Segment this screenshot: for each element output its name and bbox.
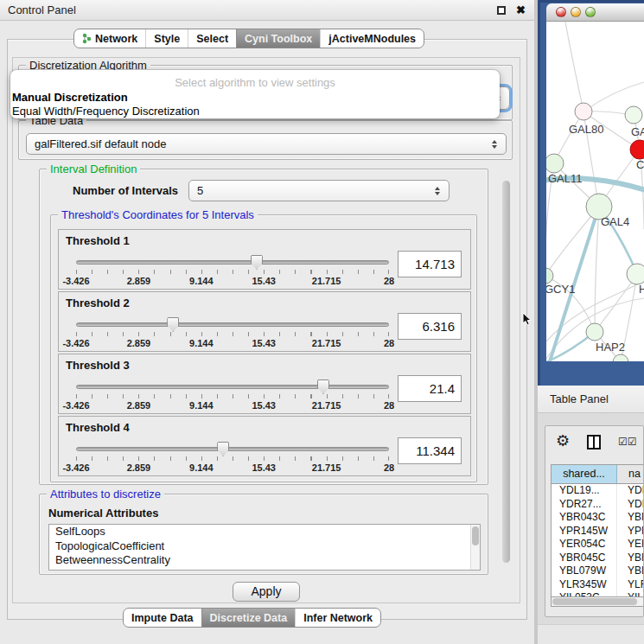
dropdown-item-equal-width-frequency[interactable]: Equal Width/Frequency Discretization [10,105,500,118]
thresholds-group: Threshold's Coordinates for 5 Intervals … [50,214,477,482]
table-horizontal-scrollbar[interactable] [551,596,644,607]
scrollbar-thumb[interactable] [552,598,637,605]
slider-ticks [76,332,389,336]
slider-track[interactable] [76,385,389,389]
cell-shared-name: YER054C [552,538,617,552]
tab-network[interactable]: Network [74,29,145,48]
float-window-icon[interactable] [497,6,506,15]
network-graph: GAL80GACGAL11GAL4GCY1HHAP2 [546,22,644,361]
column-header-shared-name[interactable]: shared... [552,465,617,484]
attribute-list-item[interactable]: BetweennessCentrality [49,553,480,568]
tab-style[interactable]: Style [145,29,188,48]
threshold-label: Threshold 2 [66,296,130,309]
threshold-label: Threshold 3 [66,359,130,372]
tick-label: 21.715 [312,338,341,348]
tab-discretize-data[interactable]: Discretize Data [201,609,296,627]
slider-handle[interactable] [167,317,179,332]
settings-vertical-scrollbar[interactable] [501,174,511,571]
table-row[interactable]: YDL19...YDL1 [552,484,644,498]
network-node[interactable] [546,268,553,284]
table-row[interactable]: YBR043CYBR0 [552,511,644,525]
network-node[interactable] [630,140,644,159]
tick-label: 21.715 [312,462,341,473]
network-window-titlebar[interactable] [546,3,644,22]
slider-track[interactable] [76,447,389,451]
table-row[interactable]: YBL079WYBL0 [552,564,644,578]
threshold-value-field[interactable]: 6.316 [398,313,462,340]
tab-cyni-toolbox[interactable]: Cyni Toolbox [236,29,320,48]
network-node-label: HAP2 [596,341,625,354]
network-canvas[interactable]: GAL80GACGAL11GAL4GCY1HHAP2 [546,22,644,361]
attributes-group: Attributes to discretize Numerical Attri… [39,494,488,575]
network-node[interactable] [586,323,603,341]
cell-name: YPR1 [617,525,644,539]
network-node-label: GAL11 [548,172,583,185]
dropdown-prompt-item[interactable]: Select algorithm to view settings [10,77,500,91]
tick-label: 28 [384,462,394,473]
tab-infer-network[interactable]: Infer Network [295,609,380,627]
threshold-row-2: Threshold 2-3.4262.8599.14415.4321.71528… [58,291,471,352]
tick-label: 21.715 [312,400,341,411]
table-row[interactable]: YPR145WYPR1 [552,525,644,539]
threshold-slider[interactable]: -3.4262.8599.14415.4321.71528 [76,254,389,287]
numerical-attributes-list[interactable]: SelfLoopsTopologicalCoefficientBetweenne… [48,524,481,571]
slider-handle[interactable] [251,255,263,270]
attribute-list-item[interactable]: TopologicalCoefficient [49,539,480,554]
attribute-list-item[interactable]: SelfLoops [49,525,480,539]
tab-jactivemnodules[interactable]: jActiveMNodules [320,29,424,48]
mac-zoom-icon[interactable] [585,7,596,17]
tab-impute-data[interactable]: Impute Data [124,609,201,627]
dropdown-item-manual-discretization[interactable]: Manual Discretization [10,91,500,105]
network-node[interactable] [625,106,642,124]
discretize-settings-panel: Discretization Algorithm Table Data galF… [12,57,520,603]
number-of-intervals-label: Number of Intervals [73,184,178,197]
tab-select[interactable]: Select [188,29,236,48]
tick-label: 9.144 [189,338,214,348]
network-node[interactable] [627,264,644,284]
table-panel-titlebar: Table Panel [538,386,644,413]
tab-label: Discretize Data [210,609,288,628]
threshold-slider[interactable]: -3.4262.8599.14415.4321.71528 [76,441,389,474]
slider-tick-labels: -3.4262.8599.14415.4321.71528 [76,276,389,286]
slider-handle[interactable] [217,442,229,456]
threshold-slider[interactable]: -3.4262.8599.14415.4321.71528 [76,379,389,411]
table-header-row: shared... na [552,465,644,484]
close-icon[interactable]: ✖ [516,3,526,17]
table-row[interactable]: YLR345WYLR3 [552,578,644,592]
threshold-slider[interactable]: -3.4262.8599.14415.4321.71528 [76,316,389,349]
tick-label: 28 [384,338,394,348]
table-row[interactable]: YDR27...YDR2 [552,498,644,512]
column-header-name[interactable]: na [617,465,644,484]
threshold-value-field[interactable]: 11.344 [398,437,462,464]
slider-track[interactable] [76,260,389,265]
split-view-icon[interactable] [587,435,601,450]
mac-minimize-icon[interactable] [571,7,581,17]
mac-close-icon[interactable] [556,7,566,17]
top-tabstrip: NetworkStyleSelectCyni ToolboxjActiveMNo… [73,29,424,48]
screen: Control Panel ✖ Discretization Algorithm… [0,0,644,644]
slider-handle[interactable] [317,379,329,394]
tick-label: 15.43 [252,400,276,411]
tab-label: Select [196,29,228,48]
number-of-intervals-combobox[interactable]: 5 [188,180,450,201]
attributes-list-scrollbar[interactable] [470,525,480,570]
select-columns-icon[interactable]: ☑☑ [618,436,637,448]
network-node[interactable] [546,154,564,173]
tick-label: 28 [384,276,394,286]
slider-track[interactable] [76,322,389,327]
table-row[interactable]: YBR045CYBR0 [552,552,644,565]
threshold-value-field[interactable]: 14.713 [398,251,462,277]
threshold-value-field[interactable]: 21.4 [398,375,462,402]
table-data-combobox[interactable]: galFiltered.sif default node [26,133,507,155]
scrollbar-thumb[interactable] [502,181,510,563]
combo-stepper-icon [490,134,499,154]
tab-label: Infer Network [303,609,373,628]
table-data-group: Table Data galFiltered.sif default node [18,120,513,160]
scrollbar-thumb[interactable] [472,526,479,545]
control-panel-titlebar: Control Panel ✖ [0,0,534,21]
network-node[interactable] [575,103,592,120]
table-panel-body: ⚙ ☑☑ shared... na YDL19...YDL1YDR27...YD… [545,425,644,617]
apply-button[interactable]: Apply [233,582,300,602]
table-row[interactable]: YER054CYER0 [552,538,644,552]
gear-icon[interactable]: ⚙ [556,432,570,450]
